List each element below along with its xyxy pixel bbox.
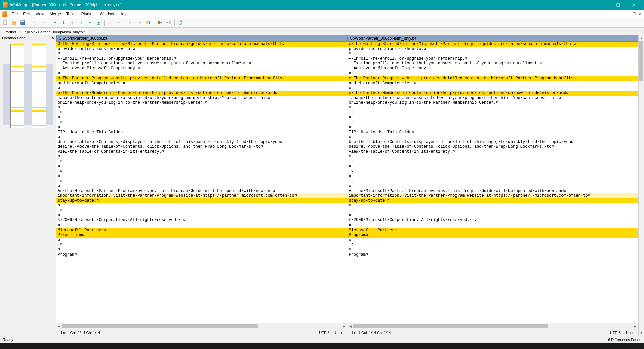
menu-edit[interactable]: Edit	[20, 11, 33, 17]
close-button[interactable]	[626, 0, 641, 10]
save-button[interactable]	[19, 19, 27, 27]
copy-right-button[interactable]	[106, 19, 114, 27]
next-conflict-button[interactable]	[77, 19, 85, 27]
text-line[interactable]: ¤	[56, 184, 347, 189]
all-right-button[interactable]	[156, 19, 164, 27]
text-line[interactable]: —·Examine·profile·questions·that·you·ans…	[347, 61, 638, 66]
text-line[interactable]: Use·the·Table·of·Contents,·displayed·to·…	[347, 140, 638, 145]
copy-left-button[interactable]	[115, 19, 123, 27]
text-line[interactable]: —·Examine·profile·questions·that·you·ans…	[56, 61, 347, 66]
text-line[interactable]: ·¤	[347, 159, 638, 164]
text-line[interactable]: ¤	[347, 203, 638, 208]
open-button[interactable]	[10, 19, 18, 27]
text-line[interactable]: ¤	[56, 51, 347, 56]
text-line[interactable]: ·¤	[56, 179, 347, 184]
scroll-right-icon[interactable]: ▶	[341, 323, 347, 329]
menu-tools[interactable]: Tools	[64, 11, 78, 17]
text-line[interactable]: and·Microsoft·Competencies.¤	[56, 81, 347, 86]
text-line[interactable]: ©·2006·Microsoft·Corporation.·All·rights…	[56, 218, 347, 223]
right-hscrollbar[interactable]: ◀ ▶	[347, 323, 638, 329]
menu-window[interactable]: Window	[97, 11, 117, 17]
last-diff-button[interactable]	[95, 19, 103, 27]
text-line[interactable]: ·¤	[347, 242, 638, 247]
text-line[interactable]: —·Achieve·a·Microsoft·Competency.¤	[56, 66, 347, 71]
next-diff-button[interactable]	[60, 19, 68, 27]
menu-plugins[interactable]: Plugins	[78, 11, 97, 17]
text-line[interactable]: ¤	[347, 223, 638, 228]
text-line[interactable]: TIP:·How·to·Use·This·Guide¤	[347, 130, 638, 135]
text-line[interactable]: ¤	[347, 164, 638, 169]
location-pane-body[interactable]	[0, 41, 56, 336]
text-line[interactable]: provide·instructions·on·how·to:¤	[347, 47, 638, 52]
text-line[interactable]: stay·up-to-date:¤	[347, 198, 638, 203]
new-button[interactable]	[1, 19, 9, 27]
text-line[interactable]: ¤	[347, 71, 638, 76]
maximize-button[interactable]	[610, 0, 626, 10]
text-line[interactable]: online·help·once·you·log·in·to·the·Partn…	[347, 100, 638, 105]
text-line[interactable]: ¤	[56, 86, 347, 91]
text-line[interactable]: ·¤	[347, 169, 638, 174]
menu-view[interactable]: View	[33, 11, 47, 17]
text-line[interactable]: ¤	[347, 238, 638, 243]
menu-help[interactable]: Help	[117, 11, 130, 17]
text-line[interactable]: ¤	[347, 125, 638, 130]
mdi-close-button[interactable]: ✕	[637, 12, 643, 16]
text-line[interactable]: As·the·Microsoft·Partner·Program·evolves…	[56, 189, 347, 194]
text-line[interactable]: ©·2006·Microsoft·Corporation.·All·rights…	[347, 218, 638, 223]
undo-button[interactable]	[31, 19, 39, 27]
text-line[interactable]: view·the·Table·of·Contents·in·its·entire…	[56, 149, 347, 154]
text-line[interactable]: o·The·Partner·Program·website·provides·d…	[56, 76, 347, 81]
text-line[interactable]: and·Microsoft·Competencies.¤	[347, 81, 638, 86]
text-line[interactable]: ¤	[347, 115, 638, 120]
text-line[interactable]: ¤	[56, 203, 347, 208]
text-line[interactable]: ¤	[56, 105, 347, 110]
text-line[interactable]: desire.·Above·the·Table·of·Contents,·cli…	[56, 144, 347, 149]
text-line[interactable]: —·Enroll,·re-enroll,·or·upgrade·your·mem…	[347, 56, 638, 61]
document-tab[interactable]: Partner_300dpi.txt - Partner_300dpi-lstm…	[1, 29, 88, 35]
text-line[interactable]: ¤	[56, 174, 347, 179]
text-line[interactable]: ¤	[56, 135, 347, 140]
text-line[interactable]: ·¤	[56, 159, 347, 164]
text-line[interactable]: Use·the·Table·of·Contents,·displayed·to·…	[56, 140, 347, 145]
location-bar-left[interactable]	[10, 44, 24, 128]
text-line[interactable]: P·rog·ra·m¤	[56, 233, 347, 238]
text-line[interactable]: desire.·Above·the·Table·of·Contents,·cli…	[347, 144, 638, 149]
prev-conflict-button[interactable]	[68, 19, 76, 27]
text-line[interactable]: ¤	[347, 213, 638, 218]
right-pane-content[interactable]: e·The·Getting·Started·in·the·Microsoft·P…	[347, 42, 638, 323]
refresh-button[interactable]	[176, 19, 184, 27]
text-line[interactable]: ·¤	[56, 169, 347, 174]
text-line[interactable]: —·Enroll,·re-enroll,·or·upgrade·your·mem…	[56, 56, 347, 61]
text-line[interactable]: ¤	[347, 247, 638, 252]
left-hscrollbar[interactable]: ◀ ▶	[56, 323, 347, 329]
text-line[interactable]: ¤	[347, 135, 638, 140]
vertical-scrollbar[interactable]: ▲ ▼	[638, 35, 644, 336]
text-line[interactable]: Program¤	[347, 233, 638, 238]
text-line[interactable]: TIP:·How·to·Use·This·Guide¤	[56, 130, 347, 135]
minimize-button[interactable]	[595, 0, 610, 10]
menu-file[interactable]: File	[9, 11, 20, 17]
menu-merge[interactable]: Merge	[47, 11, 64, 17]
text-line[interactable]: 0·The·Getting·Started·in·the·Microsoft·P…	[56, 42, 347, 47]
text-line[interactable]: As·the·Microsoft·Partner·Program·evolves…	[347, 189, 638, 194]
text-line[interactable]: Microsoft˝·Pa·rtner¤	[56, 228, 347, 233]
text-line[interactable]: ¤	[56, 71, 347, 76]
text-line[interactable]: e·The·Partner·Program·website·provides·d…	[347, 76, 638, 81]
text-line[interactable]: ¤	[347, 105, 638, 110]
text-line[interactable]: important·information.·Visit·the·Partner…	[347, 193, 638, 198]
left-pane-content[interactable]: 0·The·Getting·Started·in·the·Microsoft·P…	[56, 42, 347, 323]
redo-button[interactable]	[39, 19, 47, 27]
scroll-up-icon[interactable]: ▲	[639, 35, 644, 41]
text-line[interactable]: ¤	[56, 115, 347, 120]
text-line[interactable]: manage·the·partner·account·associated·wi…	[56, 96, 347, 101]
copy-all-right-button[interactable]	[127, 19, 135, 27]
text-line[interactable]: online·help·once·you·log·in·to·the·Partn…	[56, 100, 347, 105]
scroll-left-icon[interactable]: ◀	[347, 323, 353, 329]
vscroll-thumb[interactable]	[639, 41, 643, 81]
text-line[interactable]: important·information.·Visit·the·Partner…	[56, 193, 347, 198]
text-line[interactable]: ·¤	[347, 208, 638, 213]
text-line[interactable]: ·¤	[56, 120, 347, 125]
first-diff-button[interactable]	[86, 19, 94, 27]
prev-diff-button[interactable]	[51, 19, 59, 27]
text-line[interactable]: ·¤	[56, 242, 347, 247]
